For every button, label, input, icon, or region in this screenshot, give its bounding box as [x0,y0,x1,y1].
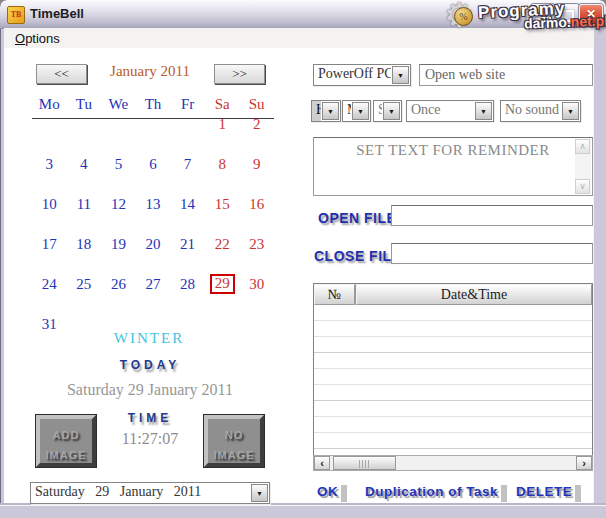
month-year-label: January 2011 [88,63,212,80]
table-row[interactable] [314,401,592,417]
scrollbar-thumb[interactable] [333,456,396,470]
calendar-day-24[interactable]: 24 [42,276,57,293]
calendar-grid: 1234567891011121314151617181920212223242… [32,104,274,344]
open-file-path-input[interactable] [391,205,593,226]
calendar-day-18[interactable]: 18 [76,236,91,253]
add-image-button[interactable]: ADD IMAGE [36,415,96,467]
website-input[interactable]: Open web site [419,64,593,86]
second-combobox[interactable]: S ▼ [373,100,402,122]
calendar-day-22[interactable]: 22 [215,236,230,253]
calendar-day-27[interactable]: 27 [145,276,160,293]
today-label: TODAY [55,358,245,372]
calendar-day-29[interactable]: 29 [210,274,235,294]
next-month-button[interactable]: >> [214,64,265,84]
ok-button[interactable]: OK [317,484,338,499]
season-label: WINTER [97,330,201,347]
calendar-day-30[interactable]: 30 [249,276,264,293]
hour-combobox-value: H [312,101,321,121]
table-row[interactable] [314,337,592,353]
watermark-gear-icon: ⚙ % [444,0,482,34]
calendar-day-23[interactable]: 23 [249,236,264,253]
calendar-day-10[interactable]: 10 [42,196,57,213]
sound-combobox-value: No sound [501,101,561,121]
table-row[interactable] [314,385,592,401]
column-header-number: № [314,284,356,305]
calendar-day-1[interactable]: 1 [218,116,226,133]
scroll-up-icon[interactable]: ∧ [575,139,590,154]
calendar-day-12[interactable]: 12 [111,196,126,213]
calendar-day-21[interactable]: 21 [180,236,195,253]
calendar-day-4[interactable]: 4 [80,156,88,173]
calendar-day-31[interactable]: 31 [42,316,57,333]
sound-combobox[interactable]: No sound ▼ [500,100,581,122]
close-file-button[interactable]: CLOSE FILE [314,248,401,264]
calendar-day-26[interactable]: 26 [111,276,126,293]
watermark-line3: darmo.net.pl [524,13,606,32]
chevron-down-icon[interactable]: ▼ [392,66,409,84]
app-icon: TB [7,6,25,24]
calendar-day-11[interactable]: 11 [77,196,91,213]
reminder-scrollbar[interactable]: ∧ ∨ [575,139,591,194]
table-row[interactable] [314,321,592,337]
calendar-day-5[interactable]: 5 [115,156,123,173]
action-combobox-value: PowerOff PC [314,65,391,85]
delete-button[interactable]: DELETE [516,484,572,499]
calendar-day-16[interactable]: 16 [249,196,264,213]
table-row[interactable] [314,369,592,385]
calendar-day-9[interactable]: 9 [253,156,261,173]
table-horizontal-scrollbar[interactable]: ‹ › [313,455,593,471]
watermark-gear-core: % [454,7,473,26]
chevron-down-icon[interactable]: ▼ [251,484,268,502]
calendar-day-6[interactable]: 6 [149,156,157,173]
action-combobox[interactable]: PowerOff PC ▼ [313,64,411,86]
chevron-down-icon[interactable]: ▼ [475,102,492,120]
calendar-day-17[interactable]: 17 [42,236,57,253]
no-image-button[interactable]: NO IMAGE [204,415,264,467]
repeat-combobox-value: Once [407,101,474,121]
chevron-down-icon[interactable]: ▼ [383,102,400,120]
scroll-left-icon[interactable]: ‹ [314,456,330,470]
table-row[interactable] [314,353,592,369]
timebell-window: TB TimeBell ✕ ⚙ % Programy za darmo.net.… [0,0,606,518]
chevron-down-icon[interactable]: ▼ [322,102,339,120]
table-row[interactable] [314,305,592,321]
window-frame-right [593,28,606,506]
table-row[interactable] [314,433,592,449]
calendar-day-14[interactable]: 14 [180,196,195,213]
close-file-path-input[interactable] [391,243,593,264]
date-combobox[interactable]: Saturday 29 January 2011 ▼ [30,482,270,504]
current-date-text: Saturday 29 January 2011 [18,381,282,399]
calendar-day-2[interactable]: 2 [253,116,261,133]
calendar-day-3[interactable]: 3 [46,156,54,173]
second-combobox-value: S [374,101,382,121]
duplicate-task-button[interactable]: Duplication of Task [365,484,498,499]
date-combobox-value: Saturday 29 January 2011 [31,483,250,503]
minute-combobox-value: M [343,101,351,121]
calendar-day-15[interactable]: 15 [215,196,230,213]
window-frame-bottom [0,505,606,518]
calendar-day-7[interactable]: 7 [184,156,192,173]
chevron-down-icon[interactable]: ▼ [352,102,369,120]
calendar-day-25[interactable]: 25 [76,276,91,293]
watermark-netpl: net.pl [570,13,606,30]
repeat-combobox[interactable]: Once ▼ [406,100,494,122]
calendar-day-28[interactable]: 28 [180,276,195,293]
table-row[interactable] [314,417,592,433]
reminder-textarea[interactable]: SET TEXT FOR REMINDER ∧ ∨ [313,137,593,196]
menu-bar: Options [4,28,594,49]
open-file-button[interactable]: OPEN FILE [318,210,396,226]
prev-month-button[interactable]: << [36,64,87,84]
tasks-table-header: № Date&Time [314,284,592,305]
calendar-day-13[interactable]: 13 [145,196,160,213]
calendar-day-19[interactable]: 19 [111,236,126,253]
window-title: TimeBell [30,6,84,21]
minute-combobox[interactable]: M ▼ [342,100,371,122]
tasks-table-body [314,305,592,465]
scroll-right-icon[interactable]: › [576,456,592,470]
menu-options[interactable]: Options [11,30,64,47]
calendar-day-8[interactable]: 8 [218,156,226,173]
scroll-down-icon[interactable]: ∨ [575,179,590,194]
hour-combobox[interactable]: H ▼ [311,100,341,122]
chevron-down-icon[interactable]: ▼ [562,102,579,120]
calendar-day-20[interactable]: 20 [145,236,160,253]
